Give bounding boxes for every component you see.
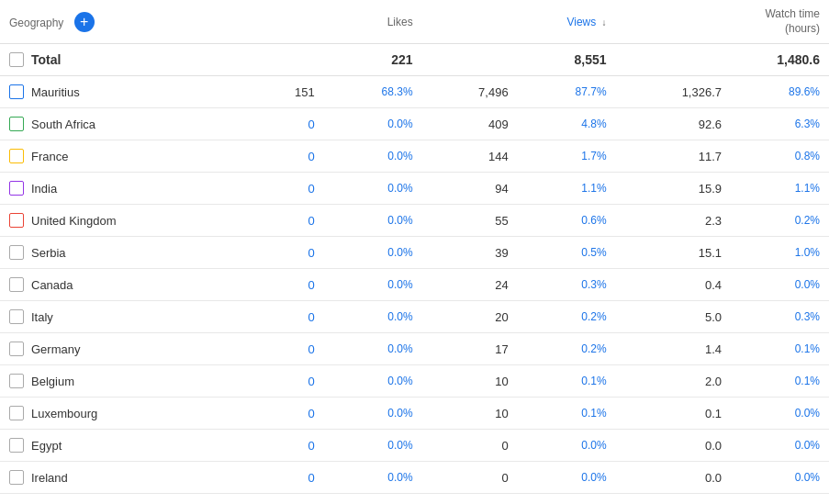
views-pct: 0.1% xyxy=(518,365,616,398)
watch-time-value: 1.4 xyxy=(616,333,731,365)
likes-value: 0 xyxy=(248,173,324,205)
country-checkbox[interactable] xyxy=(9,213,24,228)
watch-time-pct: 1.1% xyxy=(731,173,829,205)
country-name: India xyxy=(31,182,57,196)
geo-cell: Serbia xyxy=(0,237,248,269)
views-pct: 4.8% xyxy=(518,108,616,140)
likes-value: 0 xyxy=(248,140,324,173)
watch-time-value: 0.4 xyxy=(616,269,731,301)
country-name: Belgium xyxy=(31,375,74,388)
country-name: Mauritius xyxy=(31,85,80,99)
views-pct: 0.6% xyxy=(518,205,616,237)
views-pct: 0.1% xyxy=(518,398,616,430)
watch-time-value: 0.0 xyxy=(616,430,731,462)
country-checkbox[interactable] xyxy=(9,149,24,163)
geo-cell: Egypt xyxy=(0,430,248,462)
watch-time-column-header: Watch time (hours) xyxy=(616,0,829,44)
likes-value: 0 xyxy=(248,333,324,365)
country-name: South Africa xyxy=(31,118,95,131)
likes-column-header: Likes xyxy=(248,0,421,44)
country-checkbox[interactable] xyxy=(9,470,24,485)
likes-pct: 0.0% xyxy=(324,108,422,140)
watch-time-pct: 0.1% xyxy=(731,333,829,365)
likes-value: 151 xyxy=(248,76,324,108)
views-value: 0 xyxy=(422,430,518,462)
watch-time-value: 11.7 xyxy=(616,140,731,173)
views-value: 20 xyxy=(422,301,518,333)
country-checkbox[interactable] xyxy=(9,342,24,356)
geo-cell: South Africa xyxy=(0,108,248,140)
views-pct: 0.2% xyxy=(518,301,616,333)
geo-cell: Luxembourg xyxy=(0,398,248,430)
views-pct: 0.3% xyxy=(518,269,616,301)
geography-column-header: Geography + xyxy=(0,0,248,44)
likes-value: 0 xyxy=(248,205,324,237)
likes-pct: 0.0% xyxy=(324,462,422,494)
views-value: 10 xyxy=(422,398,518,430)
views-column-header[interactable]: Views ↓ xyxy=(422,0,616,44)
country-checkbox[interactable] xyxy=(9,277,24,292)
country-name: United Kingdom xyxy=(31,214,117,228)
country-checkbox[interactable] xyxy=(9,438,24,453)
watch-time-pct: 0.1% xyxy=(731,365,829,398)
table-row: Canada 0 0.0% 24 0.3% 0.4 0.0% xyxy=(0,269,829,301)
table-row: Italy 0 0.0% 20 0.2% 5.0 0.3% xyxy=(0,301,829,333)
total-label: Total xyxy=(31,52,61,67)
table-row: Serbia 0 0.0% 39 0.5% 15.1 1.0% xyxy=(0,237,829,269)
likes-pct: 0.0% xyxy=(324,173,422,205)
views-value: 39 xyxy=(422,237,518,269)
geo-cell: India xyxy=(0,173,248,205)
views-value: 409 xyxy=(422,108,518,140)
geography-label: Geography xyxy=(9,17,63,29)
country-name: France xyxy=(31,150,68,163)
country-checkbox[interactable] xyxy=(9,374,24,388)
country-name: Canada xyxy=(31,278,73,292)
watch-time-pct: 0.2% xyxy=(731,205,829,237)
likes-value: 0 xyxy=(248,108,324,140)
table-row: South Africa 0 0.0% 409 4.8% 92.6 6.3% xyxy=(0,108,829,140)
total-watch-time: 1,480.6 xyxy=(616,44,829,76)
watch-time-pct: 1.0% xyxy=(731,237,829,269)
table-row: Egypt 0 0.0% 0 0.0% 0.0 0.0% xyxy=(0,430,829,462)
watch-time-pct: 0.0% xyxy=(731,462,829,494)
watch-time-value: 15.1 xyxy=(616,237,731,269)
country-checkbox[interactable] xyxy=(9,181,24,196)
table-row: Mauritius 151 68.3% 7,496 87.7% 1,326.7 … xyxy=(0,76,829,108)
add-geography-button[interactable]: + xyxy=(74,12,95,32)
likes-value: 0 xyxy=(248,398,324,430)
table-row: India 0 0.0% 94 1.1% 15.9 1.1% xyxy=(0,173,829,205)
watch-time-value: 5.0 xyxy=(616,301,731,333)
watch-time-value: 0.1 xyxy=(616,398,731,430)
likes-value: 0 xyxy=(248,430,324,462)
country-name: Luxembourg xyxy=(31,407,97,420)
geo-cell: Canada xyxy=(0,269,248,301)
likes-pct: 0.0% xyxy=(324,333,422,365)
views-pct: 1.1% xyxy=(518,173,616,205)
views-pct: 87.7% xyxy=(518,76,616,108)
watch-time-pct: 0.3% xyxy=(731,301,829,333)
views-sort-icon: ↓ xyxy=(602,17,607,28)
geo-cell: Ireland xyxy=(0,462,248,494)
country-checkbox[interactable] xyxy=(9,309,24,324)
views-value: 17 xyxy=(422,333,518,365)
total-checkbox[interactable] xyxy=(9,52,24,67)
views-value: 0 xyxy=(422,462,518,494)
country-checkbox[interactable] xyxy=(9,117,24,131)
views-value: 7,496 xyxy=(422,76,518,108)
likes-pct: 68.3% xyxy=(324,76,422,108)
views-value: 24 xyxy=(422,269,518,301)
likes-pct: 0.0% xyxy=(324,140,422,173)
likes-value: 0 xyxy=(248,269,324,301)
views-value: 55 xyxy=(422,205,518,237)
table-row: Ireland 0 0.0% 0 0.0% 0.0 0.0% xyxy=(0,462,829,494)
country-checkbox[interactable] xyxy=(9,406,24,420)
country-checkbox[interactable] xyxy=(9,245,24,260)
country-name: Egypt xyxy=(31,439,62,453)
country-name: Italy xyxy=(31,310,53,324)
country-checkbox[interactable] xyxy=(9,84,24,99)
country-name: Ireland xyxy=(31,471,68,485)
watch-time-value: 2.3 xyxy=(616,205,731,237)
likes-value: 0 xyxy=(248,237,324,269)
table-row: France 0 0.0% 144 1.7% 11.7 0.8% xyxy=(0,140,829,173)
views-pct: 0.0% xyxy=(518,462,616,494)
